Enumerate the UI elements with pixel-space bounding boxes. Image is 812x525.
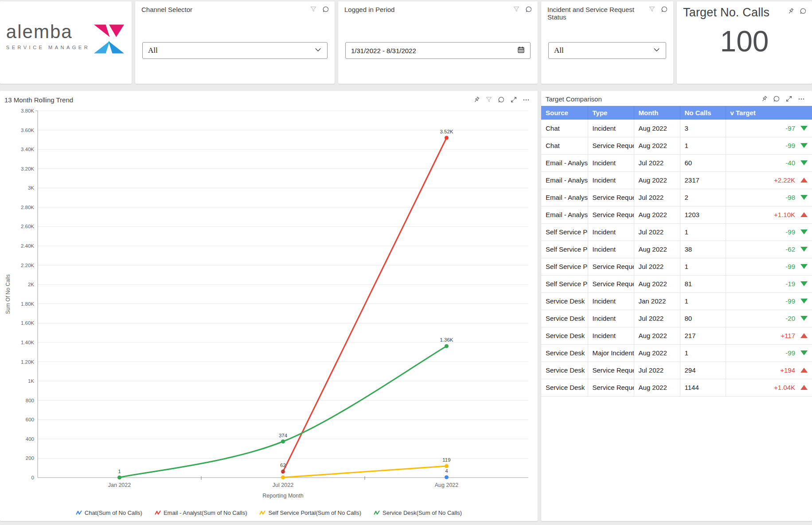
channel-select[interactable]: All: [142, 42, 328, 59]
y-axis-tick-label: 3.40K: [21, 147, 34, 152]
cell-v-target: +117: [726, 327, 812, 344]
y-axis-tick-label: 3.20K: [21, 166, 34, 171]
cell-calls: 1: [680, 258, 726, 275]
table-row[interactable]: Email - AnalystIncidentAug 20222317+2.22…: [541, 171, 812, 189]
cell-calls: 1: [680, 137, 726, 154]
table-row[interactable]: Self Service Por...Service RequestAug 20…: [541, 275, 812, 292]
v-target-value: +117: [781, 332, 795, 339]
table-row[interactable]: Email - AnalystService RequestJul 20222-…: [541, 189, 812, 206]
cell-type: Incident: [588, 292, 634, 310]
cell-month: Jul 2022: [634, 362, 680, 379]
cell-source: Email - Analyst: [541, 206, 588, 223]
comment-icon[interactable]: [773, 95, 780, 102]
filter-icon[interactable]: [513, 6, 520, 13]
table-row[interactable]: Service DeskIncidentJul 202280-20: [541, 310, 812, 327]
pin-icon[interactable]: [787, 8, 794, 15]
comment-icon[interactable]: [661, 6, 668, 13]
cell-v-target: -99: [726, 292, 812, 310]
triangle-down-icon: [800, 281, 808, 286]
table-row[interactable]: Self Service Por...IncidentJul 20221-99: [541, 223, 812, 241]
cell-type: Incident: [588, 223, 634, 241]
cell-v-target: -97: [726, 120, 812, 137]
y-axis-tick-label: 1.40K: [21, 340, 34, 345]
cell-source: Service Desk: [541, 362, 588, 379]
table-row[interactable]: Service DeskMajor IncidentAug 20221-99: [541, 344, 812, 362]
cell-month: Aug 2022: [634, 120, 680, 137]
data-point[interactable]: [117, 475, 121, 479]
filter-icon[interactable]: [310, 6, 317, 13]
column-header-nocalls[interactable]: No Calls: [680, 106, 726, 120]
data-point[interactable]: [281, 475, 285, 479]
legend-item-2[interactable]: Self Service Portal(Sum of No Calls): [259, 509, 361, 516]
y-axis-tick-label: 0: [31, 475, 34, 480]
panel-title: Logged in Period: [344, 6, 394, 13]
table-row[interactable]: Email - AnalystIncidentJul 202260-40: [541, 154, 812, 171]
filter-icon[interactable]: [648, 6, 656, 13]
y-axis-tick-label: 2K: [28, 282, 34, 287]
legend-item-1[interactable]: Email - Analyst(Sum of No Calls): [155, 509, 247, 516]
data-point[interactable]: [281, 439, 285, 443]
line-series-icon: [374, 510, 380, 516]
table-row[interactable]: Service DeskService RequestJul 2022294+1…: [541, 362, 812, 379]
table-row[interactable]: ChatService RequestAug 20221-99: [541, 137, 812, 154]
cell-calls: 1203: [680, 206, 726, 223]
trend-chart: 02004006008001K1.20K1.40K1.60K1.80K2K2.2…: [0, 91, 538, 505]
cell-type: Service Request: [588, 206, 634, 223]
data-point[interactable]: [445, 136, 449, 140]
triangle-down-icon: [800, 195, 808, 200]
cell-v-target: -99: [726, 223, 812, 241]
data-point[interactable]: [445, 464, 449, 468]
table-row[interactable]: Service DeskIncidentJan 20221-99: [541, 292, 812, 310]
pin-icon[interactable]: [761, 95, 768, 102]
table-row[interactable]: Self Service Por...IncidentAug 202238-62: [541, 241, 812, 258]
column-header-month[interactable]: Month: [634, 106, 680, 120]
column-header-vtarget[interactable]: v Target: [726, 106, 812, 120]
column-header-source[interactable]: Source: [541, 106, 588, 120]
v-target-value: -62: [785, 245, 795, 253]
comment-icon[interactable]: [800, 8, 807, 15]
cell-calls: 1: [680, 344, 726, 362]
x-axis-tick-label: Jul 2022: [273, 482, 293, 488]
data-point-label: 2: [281, 469, 284, 474]
table-row[interactable]: Service DeskService RequestAug 20221144+…: [541, 379, 812, 396]
brand-panel: alemba SERVICE MANAGER: [0, 1, 132, 84]
comment-icon[interactable]: [322, 6, 329, 13]
alemba-x-logo-icon: [93, 23, 125, 57]
panel-title: Incident and Service Request Status: [547, 6, 645, 21]
data-point[interactable]: [445, 475, 449, 479]
legend-label: Service Desk(Sum of No Calls): [383, 509, 462, 516]
v-target-value: -99: [785, 263, 795, 270]
status-panel: Incident and Service Request Status All: [541, 1, 673, 84]
data-point[interactable]: [445, 344, 449, 348]
table-row[interactable]: Service DeskIncidentAug 2022217+117: [541, 327, 812, 344]
cell-v-target: -99: [726, 258, 812, 275]
period-date-input[interactable]: 1/31/2022 - 8/31/2022: [345, 42, 531, 59]
v-target-value: -19: [785, 280, 795, 288]
table-row[interactable]: ChatIncidentAug 20223-97: [541, 120, 812, 137]
y-axis-tick-label: 1.20K: [21, 359, 34, 365]
column-header-type[interactable]: Type: [588, 106, 634, 120]
triangle-down-icon: [800, 299, 808, 303]
triangle-up-icon: [800, 333, 808, 338]
cell-source: Service Desk: [541, 310, 588, 327]
cell-month: Aug 2022: [634, 275, 680, 292]
cell-month: Aug 2022: [634, 241, 680, 258]
panel-title: Channel Selector: [141, 6, 192, 13]
legend-item-3[interactable]: Service Desk(Sum of No Calls): [374, 509, 462, 516]
calendar-icon[interactable]: [517, 46, 525, 55]
expand-icon[interactable]: [785, 95, 792, 102]
rolling-trend-panel: 13 Month Rolling Trend 02004006008001K1.…: [0, 91, 538, 521]
comment-icon[interactable]: [525, 6, 532, 13]
status-select[interactable]: All: [548, 42, 666, 59]
table-row[interactable]: Self Service Por...Service RequestJul 20…: [541, 258, 812, 275]
cell-month: Jan 2022: [634, 292, 680, 310]
y-axis-tick-label: 1.60K: [21, 320, 34, 326]
cell-month: Aug 2022: [634, 344, 680, 362]
legend-item-0[interactable]: Chat(Sum of No Calls): [76, 509, 142, 516]
cell-source: Self Service Por...: [541, 223, 588, 241]
y-axis-tick-label: 3K: [28, 185, 34, 191]
table-row[interactable]: Email - AnalystService RequestAug 202212…: [541, 206, 812, 223]
cell-v-target: -19: [726, 275, 812, 292]
more-options-icon[interactable]: [798, 95, 805, 102]
target-no-calls-panel: Target No. Calls 100: [677, 1, 812, 84]
